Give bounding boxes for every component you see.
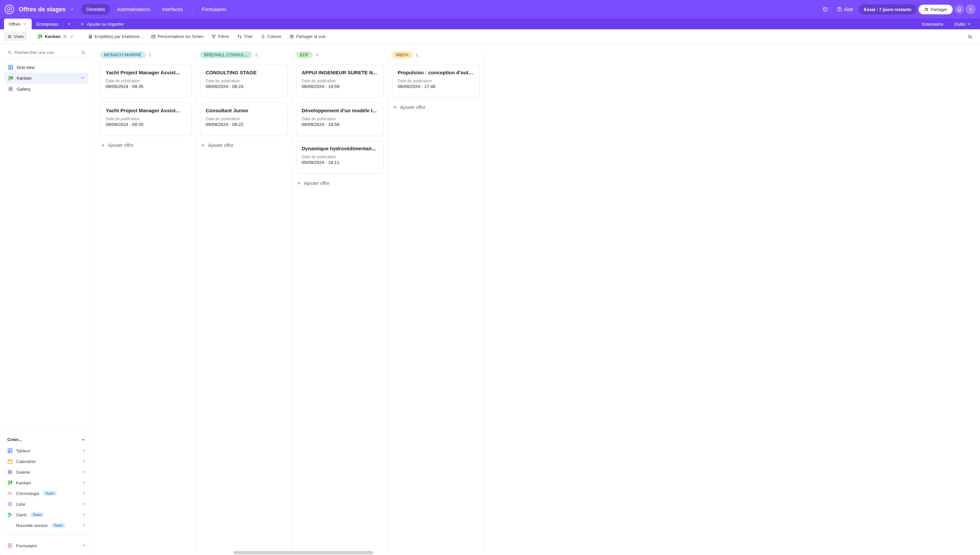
card-field-label: Date de publication (106, 117, 186, 121)
tools-button[interactable]: Outils (950, 22, 975, 27)
card-title: Yacht Project Manager Assist... (106, 70, 186, 75)
create-gantt[interactable]: GanttTeam+ (5, 509, 88, 520)
card-title: Développement d'un modèle t... (302, 107, 378, 113)
add-card-button[interactable]: Ajouter offre (392, 103, 480, 111)
help-label: Aide (844, 6, 853, 12)
views-settings-icon[interactable] (81, 50, 86, 55)
sort-button[interactable]: Trier (234, 32, 256, 41)
create-section-header[interactable]: Créer... (5, 435, 88, 444)
current-view-label: Kanban (45, 34, 61, 39)
customize-cards-button[interactable]: Personnaliser les fiches (148, 32, 207, 41)
current-view-button[interactable]: Kanban (34, 32, 77, 41)
stacked-by-button[interactable]: Empilé(e) par Etablisse... (85, 32, 146, 41)
color-button[interactable]: Colorer (257, 32, 285, 41)
kanban-card[interactable]: CONSULTING STAGEDate de publication09/09… (200, 65, 288, 98)
avatar[interactable]: I (966, 5, 975, 14)
column-count: 3 (316, 52, 318, 57)
column-tag[interactable]: MONACO MARINE (100, 51, 146, 58)
search-views-row (5, 48, 88, 57)
card-title: Dynamique hydrosédimentair... (302, 146, 378, 151)
column-tag[interactable]: MBDA (392, 51, 413, 58)
sort-label: Trier (244, 34, 253, 39)
sidebar-view-grid-view[interactable]: Grid view (5, 62, 88, 73)
form-icon (7, 543, 13, 549)
search-views-input[interactable] (14, 50, 78, 55)
users-mini-icon (63, 34, 67, 39)
sidebar-view-gallery[interactable]: Gallery (5, 83, 88, 94)
kanban-column: EDF3APPUI INGENIEUR SURETE N...Date de p… (292, 51, 388, 551)
card-field-label: Date de publication (302, 155, 378, 159)
card-field-value: 09/09/2024 - 08:22 (206, 122, 282, 127)
topnav-formulaires[interactable]: Formulaires (196, 4, 232, 14)
kanban-card[interactable]: Yacht Project Manager Assist...Date de p… (100, 103, 192, 136)
add-import-button[interactable]: Ajouter ou importer (75, 19, 129, 29)
share-button[interactable]: Partager (919, 5, 953, 14)
card-field-label: Date de publication (302, 117, 378, 121)
base-title[interactable]: Offres de stages (19, 6, 66, 13)
add-import-label: Ajouter ou importer (87, 22, 124, 27)
create-nouvelle-section[interactable]: Nouvelle sectionTeam+ (5, 520, 88, 531)
column-tag[interactable]: BREDHILL CONSUL... (200, 51, 252, 58)
views-menu-button[interactable]: Vues (4, 32, 27, 41)
kanban-card[interactable]: Dynamique hydrosédimentair...Date de pub… (296, 141, 384, 174)
views-menu-label: Vues (14, 34, 24, 39)
create-chronologie[interactable]: ChronologieTeam+ (5, 488, 88, 499)
help-button[interactable]: Aide (833, 5, 857, 14)
create-calendrier[interactable]: Calendrier+ (5, 456, 88, 467)
notifications-button[interactable] (955, 5, 964, 14)
column-count: 1 (416, 52, 418, 57)
card-title: Propulsion : conception d'outil... (398, 70, 474, 75)
column-count: 2 (255, 52, 258, 57)
kanban-column: MBDA1Propulsion : conception d'outil...D… (388, 51, 484, 551)
create-form-label: Formulaire (16, 543, 37, 549)
kanban-card[interactable]: APPUI INGENIEUR SURETE N...Date de publi… (296, 65, 384, 98)
card-field-label: Date de publication (106, 79, 186, 83)
add-card-button[interactable]: Ajouter offre (296, 179, 384, 187)
horizontal-scrollbar[interactable] (193, 551, 974, 554)
add-card-button[interactable]: Ajouter offre (200, 141, 288, 149)
search-records-button[interactable] (964, 32, 976, 41)
card-field-value: 06/09/2024 - 19:59 (302, 84, 378, 89)
card-title: Consultant Junior (206, 107, 282, 113)
kanban-card[interactable]: Yacht Project Manager Assist...Date de p… (100, 65, 192, 98)
history-button[interactable] (819, 5, 831, 14)
customize-cards-label: Personnaliser les fiches (157, 34, 203, 39)
base-icon[interactable] (5, 5, 14, 14)
create-tableur[interactable]: Tableur+ (5, 445, 88, 456)
filter-label: Filtrer (218, 34, 229, 39)
kanban-card[interactable]: Consultant JuniorDate de publication09/0… (200, 103, 288, 136)
create-galerie[interactable]: Galerie+ (5, 467, 88, 477)
trial-pill[interactable]: Essai : 7 jours restants (859, 4, 917, 14)
create-liste[interactable]: Liste+ (5, 499, 88, 509)
create-form-item[interactable]: Formulaire + (5, 541, 88, 551)
filter-button[interactable]: Filtrer (208, 32, 232, 41)
kanban-column: BREDHILL CONSUL...2CONSULTING STAGEDate … (196, 51, 292, 551)
topnav-données[interactable]: Données (81, 4, 110, 14)
share-view-button[interactable]: Partager la vue (286, 32, 329, 41)
table-tab-entreprises[interactable]: Entreprises (32, 19, 63, 29)
topnav-automatisations[interactable]: Automatisations (112, 4, 156, 14)
card-field-value: 09/09/2024 - 09:35 (106, 122, 186, 127)
extensions-button[interactable]: Extensions (918, 22, 947, 27)
chevron-down-icon (69, 34, 74, 39)
card-field-label: Date de publication (302, 79, 378, 83)
kanban-card[interactable]: Développement d'un modèle t...Date de pu… (296, 103, 384, 136)
card-field-label: Date de publication (206, 117, 282, 121)
add-card-button[interactable]: Ajouter offre (100, 141, 192, 149)
topnav-interfaces[interactable]: Interfaces (157, 4, 188, 14)
card-field-value: 09/09/2024 - 09:35 (106, 84, 186, 89)
color-label: Colorer (267, 34, 282, 39)
tables-dropdown-button[interactable] (63, 19, 75, 29)
card-title: CONSULTING STAGE (206, 70, 282, 75)
sidebar-view-kanban[interactable]: Kanban (5, 73, 88, 83)
create-header-label: Créer... (7, 437, 22, 442)
views-sidebar: Grid viewKanbanGallery Créer... Tableur+… (0, 44, 93, 555)
card-field-label: Date de publication (206, 79, 282, 83)
chevron-down-icon (81, 437, 86, 442)
kanban-card[interactable]: Propulsion : conception d'outil...Date d… (392, 65, 480, 98)
base-title-chevron-icon[interactable] (70, 7, 74, 12)
column-tag[interactable]: EDF (296, 51, 313, 58)
stacked-by-label: Empilé(e) par Etablisse... (95, 34, 143, 39)
create-kanban[interactable]: Kanban+ (5, 477, 88, 488)
table-tab-offres[interactable]: Offres (4, 19, 32, 29)
